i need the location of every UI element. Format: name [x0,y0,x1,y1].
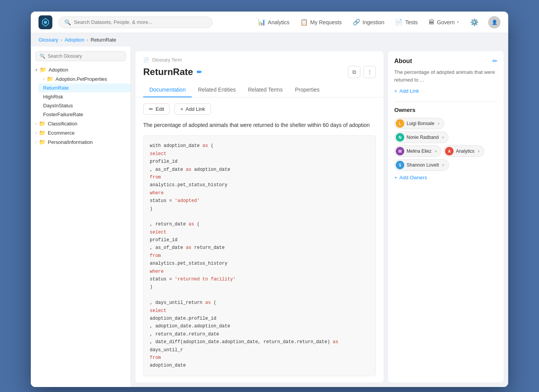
global-search-bar[interactable]: 🔍 [59,17,213,28]
nav-tests[interactable]: 📄 Tests [393,16,419,28]
owner-tag-analytics: A Analytics × [444,145,484,157]
add-owners-button[interactable]: + Add Owners [394,175,497,180]
add-link-button[interactable]: + Add Link [174,103,211,115]
owner-tag-luigi: L Luigi Bonsale × [394,118,444,129]
owner-remove-melina[interactable]: × [435,149,437,153]
logo-icon[interactable] [38,15,52,29]
term-title: ReturnRate ✏ [143,67,202,77]
owner-remove-nonie[interactable]: × [442,135,444,140]
ingestion-icon: 🔗 [353,18,360,26]
search-icon: 🔍 [64,19,71,25]
owners-title: Owners [394,107,497,113]
owner-name-melina: Melina Eliez [407,148,432,154]
sidebar-item-highrisk-label: HighRisk [43,94,63,100]
edit-button[interactable]: ✏ Edit [143,103,170,115]
ecommerce-chevron-icon: › [35,131,37,135]
tabs: Documentation Related Entities Related T… [143,83,376,97]
app-window: 🔍 📊 Analytics 📋 My Requests 🔗 Ingestion … [31,12,508,387]
tab-properties[interactable]: Properties [289,83,326,97]
action-bar: ✏ Edit + Add Link [143,103,376,115]
sidebar-item-fosterfailurerate[interactable]: FosterFailureRate [38,110,131,119]
sidebar-item-classification[interactable]: › 📁 Classification [31,119,131,128]
adoption-children: › 📁 Adoption.PetProperties ReturnRate Hi… [31,74,131,119]
breadcrumb-sep-2: › [87,37,88,43]
sidebar-item-returnrate-label: ReturnRate [43,85,69,91]
analytics-icon: 📊 [258,18,266,26]
code-block: with adoption_date as ( select profile_i… [143,135,376,376]
description-text: The percentage of adopted animals that w… [143,121,376,129]
sidebar-item-adoption-petproperties[interactable]: › 📁 Adoption.PetProperties [38,74,131,83]
tab-documentation[interactable]: Documentation [143,83,192,97]
sidebar-item-ecommerce-label: Ecommerce [48,130,74,136]
sidebar-item-returnrate[interactable]: ReturnRate [38,83,131,92]
add-link-label: Add Link [186,106,205,112]
sidebar-search-box[interactable]: 🔍 [35,51,126,61]
owner-remove-analytics[interactable]: × [477,149,480,153]
about-header: About ✏ [394,57,497,65]
about-edit-button[interactable]: ✏ [492,57,497,65]
edit-label: Edit [156,106,164,112]
panel-actions: ⧉ ⋮ [348,66,376,78]
nav-analytics-label: Analytics [268,19,290,25]
sidebar-search-input[interactable] [48,53,122,59]
add-owners-label: Add Owners [400,175,427,180]
owners-list: L Luigi Bonsale × N Nonie Radband × M Me… [394,118,497,171]
owner-name-nonie: Nonie Radband [407,135,439,140]
sidebar: 🔍 ▾ 📁 Adoption › 📁 Adoption.PetPropertie… [31,47,131,387]
petproperties-chevron-icon: › [43,77,44,81]
sidebar-item-adoption-label: Adoption [49,67,68,73]
owner-avatar-melina: M [396,147,404,155]
govern-dropdown-icon: ▾ [457,20,459,24]
svg-point-1 [44,21,47,24]
nav-my-requests[interactable]: 📋 My Requests [299,16,343,28]
copy-button[interactable]: ⧉ [348,66,360,78]
term-title-row: ReturnRate ✏ ⧉ ⋮ [143,66,376,78]
classification-folder-icon: 📁 [39,120,45,127]
tab-related-entities[interactable]: Related Entities [192,83,242,97]
sidebar-item-highrisk[interactable]: HighRisk [38,92,131,101]
breadcrumb-adoption[interactable]: Adoption [65,37,84,43]
sidebar-item-daysinstatus[interactable]: DaysInStatus [38,101,131,110]
owner-tag-melina: M Melina Eliez × [394,145,441,157]
sidebar-search: 🔍 [31,51,131,65]
tab-related-terms[interactable]: Related Terms [242,83,289,97]
nav-analytics[interactable]: 📊 Analytics [256,16,291,28]
owner-avatar-nonie: N [396,133,404,142]
breadcrumb-glossary[interactable]: Glossary [38,37,58,43]
petproperties-folder-icon: 📁 [47,76,53,82]
edit-icon: ✏ [149,106,153,112]
sidebar-item-personalinformation[interactable]: › 📁 PersonalInformation [31,137,131,147]
code-line-1: with adoption_date [150,143,203,148]
sidebar-item-petproperties-label: Adoption.PetProperties [55,76,107,82]
adoption-folder-icon: 📁 [40,67,46,73]
nav-govern-label: Govern [437,19,455,25]
sidebar-item-personalinformation-label: PersonalInformation [48,139,92,145]
sidebar-item-fosterfailurerate-label: FosterFailureRate [43,112,83,117]
sidebar-search-icon: 🔍 [40,53,45,59]
about-add-link-button[interactable]: + Add Link [394,88,497,94]
govern-icon: 🏛 [429,19,435,26]
nav-tests-label: Tests [405,19,418,25]
top-navigation: 🔍 📊 Analytics 📋 My Requests 🔗 Ingestion … [31,12,508,33]
nav-ingestion[interactable]: 🔗 Ingestion [351,16,386,28]
nav-govern[interactable]: 🏛 Govern ▾ [427,17,460,28]
settings-button[interactable]: ⚙️ [468,16,480,28]
owner-remove-shannon[interactable]: × [442,163,444,167]
global-search-input[interactable] [74,19,207,25]
owner-remove-luigi[interactable]: × [437,121,440,126]
about-add-link-icon: + [394,88,397,94]
ecommerce-folder-icon: 📁 [39,130,45,136]
panel-header: 📄 Glossary Term ReturnRate ✏ ⧉ ⋮ [136,51,383,97]
nav-my-requests-label: My Requests [310,19,342,25]
sidebar-item-daysinstatus-label: DaysInStatus [43,103,73,108]
avatar-icon: 👤 [492,20,497,25]
user-avatar[interactable]: 👤 [488,16,500,28]
sidebar-item-ecommerce[interactable]: › 📁 Ecommerce [31,128,131,137]
more-options-button[interactable]: ⋮ [363,66,376,78]
right-panel: About ✏ The percentage of adopted animal… [388,51,504,382]
sidebar-item-adoption[interactable]: ▾ 📁 Adoption [31,65,131,74]
term-edit-icon[interactable]: ✏ [197,68,202,76]
term-name: ReturnRate [143,67,193,77]
tree-group-adoption: ▾ 📁 Adoption › 📁 Adoption.PetProperties … [31,65,131,119]
personalinformation-folder-icon: 📁 [39,139,45,145]
